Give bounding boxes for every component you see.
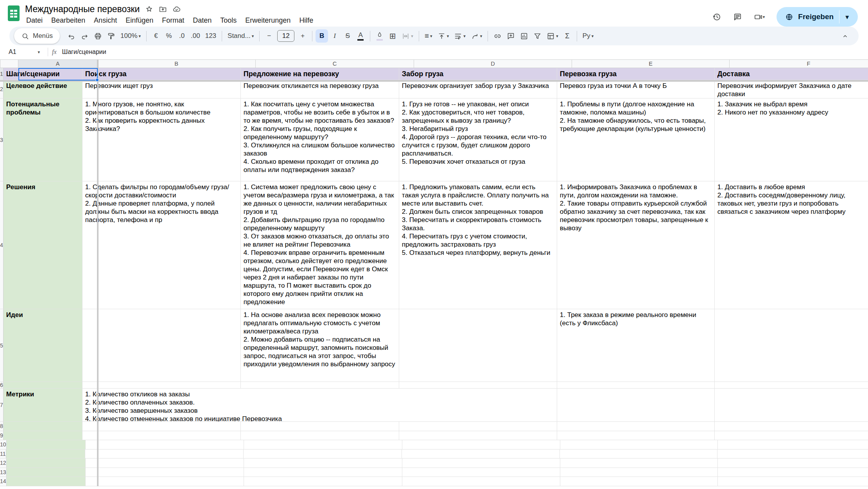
cell-D14[interactable] [402, 477, 560, 486]
cell-E11[interactable] [560, 450, 717, 459]
frozen-row-divider[interactable] [0, 80, 868, 82]
cell-B1[interactable]: Поиск груза [82, 68, 241, 80]
cell-B3[interactable]: 1. Много грузов, не понятно, как ориенти… [82, 99, 241, 181]
cell-E7[interactable] [557, 389, 715, 422]
cell-F8[interactable] [715, 422, 868, 431]
cell-C4[interactable]: 1. Система может предложить свою цену с … [241, 181, 399, 309]
cell-C14[interactable] [244, 477, 402, 486]
cell-B7[interactable]: 1. Количество откликов на заказы 2. Коли… [82, 389, 557, 422]
cell-D1[interactable]: Забор груза [399, 68, 557, 80]
row-header-2[interactable]: 2 [0, 80, 4, 99]
cell-B6[interactable] [82, 382, 241, 389]
cell-B4[interactable]: 1. Сделать фильтры по городам/объему гру… [82, 181, 241, 309]
font-select[interactable]: Stand...▾ [225, 29, 256, 43]
cell-D4[interactable]: 1. Предложить упаковать самим, если есть… [399, 181, 557, 309]
text-color-button[interactable]: A [354, 29, 367, 43]
cell-C1[interactable]: Предложение на перевозку [241, 68, 399, 80]
move-folder-icon[interactable] [159, 5, 167, 13]
cell-C10[interactable] [244, 440, 402, 450]
row-header-11[interactable]: 11 [0, 450, 6, 459]
cell-C2[interactable]: Перевозчик откликается на перевозку груз… [241, 80, 399, 99]
cell-F9[interactable] [715, 431, 868, 441]
cell-B14[interactable] [86, 477, 244, 486]
corner-box[interactable] [0, 59, 18, 68]
cell-C13[interactable] [244, 468, 402, 477]
name-box[interactable]: A1 ▾ [6, 48, 44, 56]
menu-hilfe[interactable]: Hilfe [295, 15, 317, 26]
cell-D13[interactable] [402, 468, 560, 477]
formula-input[interactable]: Шаги/сценарии [62, 48, 106, 56]
cell-E12[interactable] [560, 459, 718, 468]
hide-menus-button[interactable] [839, 29, 852, 43]
menu-tools[interactable]: Tools [216, 15, 241, 26]
italic-button[interactable]: I [328, 29, 341, 43]
cell-F6[interactable] [715, 382, 868, 389]
cell-D2[interactable]: Перевозчик организует забор груза у Зака… [399, 80, 557, 99]
text-wrap-button[interactable]: ▾ [452, 29, 468, 43]
cell-C3[interactable]: 1. Как посчитать цену с учетом множества… [241, 99, 399, 181]
merge-cells-button[interactable]: ▾ [399, 29, 416, 43]
cell-F14[interactable] [718, 477, 868, 486]
borders-button[interactable]: ⊞ [386, 29, 399, 43]
col-header-A[interactable]: A [18, 59, 97, 68]
decrease-font-size-button[interactable]: − [263, 29, 275, 43]
col-header-E[interactable]: E [572, 59, 730, 68]
cell-A3[interactable]: Потенциальные проблемы [4, 99, 82, 181]
menu-format[interactable]: Format [158, 15, 188, 26]
zoom-select[interactable]: 100%▾ [118, 29, 143, 43]
cell-C11[interactable] [244, 450, 402, 459]
functions-button[interactable]: Σ [561, 29, 574, 43]
format-percent-button[interactable]: % [163, 29, 175, 43]
cell-B12[interactable] [86, 459, 244, 468]
cell-E14[interactable] [560, 477, 718, 486]
cell-B10[interactable] [86, 440, 244, 450]
insert-link-button[interactable] [491, 29, 504, 43]
create-filter-button[interactable] [531, 29, 544, 43]
col-header-B[interactable]: B [97, 59, 256, 68]
cell-D11[interactable] [402, 450, 560, 459]
undo-button[interactable] [65, 29, 78, 43]
video-call-icon[interactable]: ▾ [754, 13, 765, 21]
cell-E8[interactable] [557, 422, 715, 431]
row-header-6[interactable]: 6 [0, 382, 4, 389]
document-title[interactable]: Международные перевозки [25, 4, 140, 14]
cell-F11[interactable] [717, 450, 868, 459]
share-button[interactable]: Freigeben ▼ [777, 7, 858, 27]
cell-F4[interactable]: 1. Доставить в любое время 2. Доставить … [715, 181, 868, 309]
cell-A12[interactable] [7, 459, 86, 468]
redo-button[interactable] [78, 29, 91, 43]
cell-B13[interactable] [86, 468, 244, 477]
cell-A10[interactable] [7, 440, 86, 450]
cell-C8[interactable] [241, 422, 399, 431]
col-header-C[interactable]: C [256, 59, 414, 68]
cell-D8[interactable] [399, 422, 557, 431]
strikethrough-button[interactable]: S [341, 29, 354, 43]
cell-A7[interactable]: Метрики [4, 389, 82, 422]
cell-F3[interactable]: 1. Заказчик не выбрал время 2. Никого не… [715, 99, 868, 181]
cell-A14[interactable] [7, 477, 86, 486]
row-header-4[interactable]: 4 [0, 181, 4, 309]
increase-decimals-button[interactable]: .00 [188, 29, 203, 43]
cell-C9[interactable] [241, 431, 399, 441]
cell-E9[interactable] [557, 431, 715, 441]
cell-F12[interactable] [718, 459, 868, 468]
share-dropdown[interactable]: ▼ [839, 14, 855, 20]
comments-icon[interactable] [733, 13, 742, 21]
cell-F1[interactable]: Доставка [715, 68, 868, 80]
text-rotation-button[interactable]: ▾ [468, 29, 485, 43]
increase-font-size-button[interactable]: + [296, 29, 309, 43]
cell-A13[interactable] [7, 468, 86, 477]
more-formats-button[interactable]: 123 [203, 29, 219, 43]
cell-F5[interactable] [715, 309, 868, 382]
col-header-F[interactable]: F [730, 59, 868, 68]
cell-F7[interactable] [715, 389, 868, 422]
row-header-13[interactable]: 13 [0, 468, 7, 477]
cell-A8[interactable] [4, 422, 82, 431]
cell-D10[interactable] [402, 440, 560, 450]
cell-B2[interactable]: Перевозчик ищет груз [82, 80, 241, 99]
paint-format-button[interactable] [105, 29, 118, 43]
menu-erweiterungen[interactable]: Erweiterungen [241, 15, 295, 26]
cell-E4[interactable]: 1. Информировать Заказчика о проблемах в… [557, 181, 715, 309]
row-header-9[interactable]: 9 [0, 431, 4, 441]
frozen-column-divider[interactable] [97, 59, 99, 486]
